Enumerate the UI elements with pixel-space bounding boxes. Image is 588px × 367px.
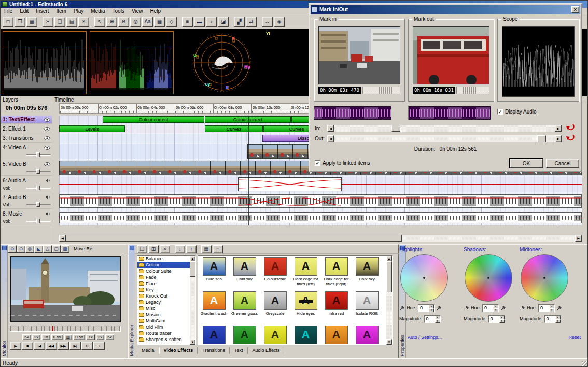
track-music[interactable] <box>59 210 582 225</box>
speed-button[interactable]: 0.5x <box>73 334 85 340</box>
speaker-icon[interactable] <box>45 194 50 201</box>
mark-in-tick-strip[interactable] <box>362 87 400 94</box>
effect-item[interactable]: A <box>260 324 290 345</box>
grid-scrollbar[interactable]: ▲ ▼ <box>386 256 392 345</box>
open-button[interactable]: ❐ <box>15 17 25 27</box>
slider-track[interactable] <box>334 125 555 132</box>
apply-linked-checkbox[interactable]: ✓ <box>315 160 320 166</box>
layer-row[interactable]: 5: Video B <box>1 160 52 176</box>
resize-grip[interactable] <box>582 361 588 367</box>
split-clip-button[interactable]: ▞ <box>234 17 245 27</box>
menu-item[interactable]: Play <box>70 8 87 14</box>
folder-item[interactable]: Legacy <box>137 299 190 305</box>
insert-video-button[interactable]: ▬ <box>194 17 205 27</box>
magnitude-spinbox[interactable]: 0 ▴▾ <box>488 315 505 323</box>
scrub-position-marker[interactable] <box>52 326 53 331</box>
music-waveform-strip[interactable] <box>59 212 582 223</box>
track-audio-a[interactable] <box>59 177 582 192</box>
scrollbar-track[interactable] <box>190 261 195 339</box>
tree-scrollbar[interactable]: ▲ ▼ <box>190 256 195 345</box>
folder-item[interactable]: MultiCam <box>137 318 190 324</box>
monitor-zoom-out-button[interactable]: ⊖ <box>17 245 25 253</box>
level-slider[interactable] <box>26 218 50 224</box>
paste-button[interactable]: ▤ <box>66 17 77 27</box>
color-wheel[interactable] <box>465 254 512 302</box>
mask-triangle-button[interactable]: △ <box>43 245 52 253</box>
effect-item[interactable]: A Greyscale <box>260 290 290 324</box>
visibility-eye-icon[interactable] <box>44 135 50 142</box>
layer-row[interactable]: 1: Text/Effect <box>1 116 52 124</box>
filter-clip[interactable]: Curves <box>205 125 263 132</box>
step-forward-button[interactable]: ▶▶ <box>58 342 69 350</box>
out-slider[interactable]: ◀ ▶ <box>327 135 562 142</box>
mask-bezier-button[interactable]: ◣ <box>34 245 43 253</box>
up-folder-button[interactable]: ❐ <box>137 245 147 253</box>
level-slider[interactable] <box>26 202 50 207</box>
options-button[interactable]: ◈ <box>274 17 285 27</box>
layer-row[interactable]: 8: Music Vol: <box>1 210 52 225</box>
scrollbar-thumb[interactable] <box>386 261 392 292</box>
text-tool-button[interactable]: Aa <box>142 17 153 27</box>
jog-icon[interactable]: ▥ <box>64 334 73 340</box>
out-slider-thumb[interactable] <box>537 135 546 142</box>
close-icon[interactable]: × <box>571 6 579 13</box>
audio-waveform-strip[interactable] <box>59 194 582 208</box>
menu-item[interactable]: Item <box>52 8 69 14</box>
visibility-eye-icon[interactable] <box>44 161 50 167</box>
in-loop-icon[interactable] <box>566 123 575 131</box>
dialog-title-bar[interactable]: Mark In/Out × <box>311 5 580 14</box>
playhead[interactable] <box>248 116 249 225</box>
slider-thumb[interactable] <box>36 202 40 207</box>
scroll-right-icon[interactable]: ▶ <box>555 135 562 142</box>
effect-clip[interactable]: Colour correct <box>205 116 291 123</box>
visibility-eye-icon[interactable] <box>44 145 50 151</box>
speaker-icon[interactable] <box>45 178 50 184</box>
volume-button[interactable]: ♪ <box>93 342 105 350</box>
speed-button[interactable]: 0.5x <box>51 334 63 340</box>
timeline-horizontal-scrollbar[interactable]: ◀ ▶ <box>59 235 582 242</box>
new-button[interactable]: □ <box>3 17 13 27</box>
scroll-left-icon[interactable]: ◀ <box>59 235 66 242</box>
spin-up-icon[interactable]: ▴ <box>493 305 498 308</box>
checker-overlay-button[interactable]: ▩ <box>61 245 69 253</box>
spin-up-icon[interactable]: ▴ <box>499 316 505 319</box>
scroll-right-icon[interactable]: ▶ <box>575 235 582 242</box>
media-tab[interactable]: Text <box>230 347 248 354</box>
copy-button[interactable]: ❏ <box>54 17 65 27</box>
eyedropper-icon[interactable] <box>399 305 405 311</box>
effect-item[interactable]: A <box>199 324 229 345</box>
insert-transition-button[interactable]: ◪ <box>218 17 229 27</box>
new-folder-button[interactable]: ⊞ <box>148 245 159 253</box>
reset-link[interactable]: Reset <box>568 335 581 340</box>
level-slider[interactable] <box>26 185 50 191</box>
effect-item[interactable]: A Dark edge for titles (right) <box>321 256 352 290</box>
slider-thumb[interactable] <box>36 219 40 223</box>
slider-thumb[interactable] <box>36 186 40 190</box>
spin-down-icon[interactable]: ▾ <box>429 308 434 312</box>
in-slider-thumb[interactable] <box>391 125 400 132</box>
slider-thumb[interactable] <box>36 169 40 174</box>
layer-row[interactable]: 7: Audio B Vol: <box>1 193 52 209</box>
visibility-eye-icon[interactable] <box>44 117 50 123</box>
cut-button[interactable]: ✂ <box>43 17 53 27</box>
hue-spinbox[interactable]: 0 ▴▾ <box>418 304 435 312</box>
effect-item[interactable]: A Gradient wash <box>199 290 229 324</box>
fit-width-button[interactable]: ↔ <box>262 17 273 27</box>
spin-down-icon[interactable]: ▾ <box>493 308 498 312</box>
color-wheel[interactable] <box>521 254 568 302</box>
menu-item[interactable]: Media <box>87 8 108 14</box>
music-level-line[interactable] <box>60 218 581 218</box>
spin-down-icon[interactable]: ▾ <box>549 308 554 312</box>
spin-up-icon[interactable]: ▴ <box>555 316 561 319</box>
scrollbar-track[interactable] <box>386 261 392 339</box>
mark-in-out-button[interactable]: ⇄ <box>246 17 257 27</box>
audio-crossfade-box[interactable] <box>238 177 342 191</box>
folder-item[interactable]: Route tracer <box>137 330 190 336</box>
menu-item[interactable]: Tools <box>109 8 128 14</box>
hue-spinbox[interactable]: 0 ▴▾ <box>538 304 555 312</box>
effect-item[interactable]: A Isolate RGB <box>352 290 382 324</box>
media-tab[interactable]: Transitions <box>198 347 230 354</box>
select-tool-button[interactable]: ↖ <box>94 17 105 27</box>
visibility-eye-icon[interactable] <box>44 126 50 132</box>
marker-button[interactable]: ◇ <box>166 17 177 27</box>
